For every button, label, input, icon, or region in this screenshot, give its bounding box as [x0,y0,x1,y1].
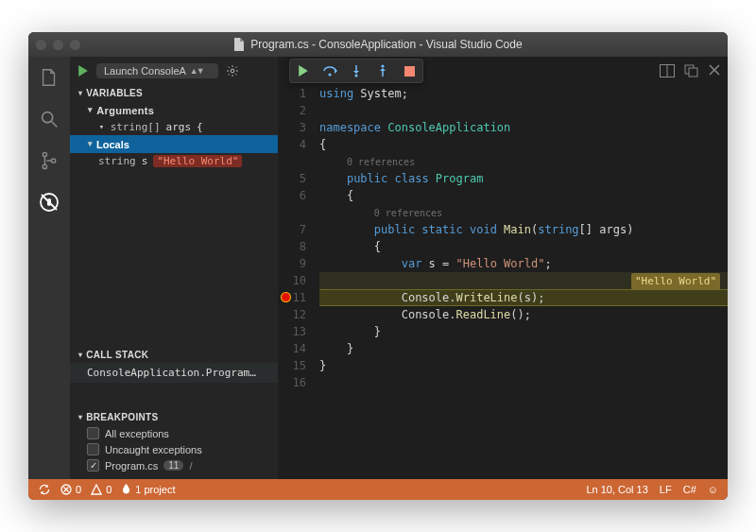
breakpoint-row[interactable]: Uncaught exceptions [70,441,278,457]
errors-status[interactable]: 0 [60,484,81,495]
line-number[interactable] [278,153,306,170]
line-number[interactable]: 5 [278,170,306,187]
code-line[interactable]: public static void Main(string[] args) [319,221,633,238]
svg-point-7 [231,69,234,73]
line-number[interactable]: 14 [278,340,306,357]
window-controls [36,40,80,50]
step-into-button[interactable] [343,60,369,82]
code-line[interactable]: Console.WriteLine(s); [319,289,544,306]
code-line[interactable]: } [319,357,326,374]
warnings-status[interactable]: 0 [91,484,112,495]
code-area[interactable]: 12345678910111213141516 "Hello World" us… [278,85,728,479]
chevron-down-icon: ▾ [78,89,82,97]
code-line[interactable]: using System; [319,85,408,102]
code-line[interactable]: } [319,340,353,357]
callstack-frame[interactable]: ConsoleApplication.Program... [70,363,278,383]
more-actions-icon[interactable] [684,64,699,77]
line-number[interactable]: 13 [278,323,306,340]
line-number[interactable]: 16 [278,374,306,391]
code-line[interactable]: 0 references [319,153,415,170]
code-line[interactable]: 0 references [319,204,442,221]
minimize-window-icon[interactable] [53,40,63,50]
stop-button[interactable] [396,60,422,82]
close-icon[interactable] [709,64,720,77]
error-count: 0 [76,484,81,495]
editor: 12345678910111213141516 "Hello World" us… [278,57,728,479]
search-icon[interactable] [38,108,60,130]
section-breakpoints-label: BREAKPOINTS [86,412,158,422]
section-callstack[interactable]: ▾ CALL STACK [70,347,278,363]
section-breakpoints[interactable]: ▾ BREAKPOINTS [70,409,278,425]
omnisharp-status[interactable]: 1 project [121,484,175,496]
debug-sidebar: Launch ConsoleA ▲▼ ▾ VARIABLES ▾ Argumen… [70,57,278,479]
start-debug-button[interactable] [77,65,89,77]
eol-status[interactable]: LF [660,484,672,495]
split-editor-icon[interactable] [660,64,675,77]
breakpoint-dot-icon[interactable] [282,293,290,301]
inline-value: "Hello World" [631,273,720,290]
line-number[interactable]: 2 [278,102,306,119]
chevron-down-icon: ▾ [78,413,82,421]
variable-type: string[] [111,121,161,133]
continue-button[interactable] [290,60,317,82]
line-number[interactable]: 12 [278,306,306,323]
language-status[interactable]: C# [683,484,696,495]
line-number[interactable]: 7 [278,221,306,238]
status-bar: 0 0 1 project Ln 10, Col 13 LF C# ☺ [28,479,728,500]
code-line[interactable]: Console.ReadLine(); [319,306,531,323]
line-number[interactable] [278,204,306,221]
gear-icon[interactable] [226,64,239,77]
launch-config-select[interactable]: Launch ConsoleA ▲▼ [96,63,218,78]
chevron-down-icon: ▾ [88,105,93,114]
line-number[interactable]: 4 [278,136,306,153]
step-over-button[interactable] [317,60,343,82]
code-line[interactable]: } [319,323,381,340]
explorer-icon[interactable] [38,66,60,89]
svg-point-2 [43,152,46,156]
zoom-window-icon[interactable] [70,40,80,50]
svg-point-0 [43,112,53,123]
breakpoint-row[interactable]: Program.cs 11 / [70,457,278,473]
source-control-icon[interactable] [38,149,60,172]
code-line[interactable]: public class Program [319,170,483,187]
scope-locals[interactable]: ▾ Locals [70,135,278,153]
variable-row[interactable]: ▾ string[] args { [70,119,278,135]
variable-row[interactable]: string s "Hello World" [70,153,278,169]
code-line[interactable]: namespace ConsoleApplication [319,119,510,136]
select-updown-icon: ▲▼ [190,66,203,76]
line-number[interactable]: 9 [278,255,306,272]
gutter[interactable]: 12345678910111213141516 [278,85,319,479]
breakpoint-row[interactable]: All exceptions [70,425,278,441]
code-line[interactable]: { [319,136,326,153]
step-out-button[interactable] [369,60,396,82]
line-number[interactable]: 1 [278,85,306,102]
launch-config-label: Launch ConsoleA [104,65,186,77]
debug-icon[interactable] [38,191,60,214]
callstack-frame-label: ConsoleApplication.Program... [87,367,268,379]
code-line[interactable]: { [319,187,353,204]
checkbox-icon[interactable] [87,427,99,439]
code-lines[interactable]: "Hello World" using System;namespace Con… [319,85,728,479]
code-line[interactable]: var s = "Hello World"; [319,255,552,272]
line-number[interactable]: 10 [278,272,306,289]
line-number[interactable]: 8 [278,238,306,255]
checkbox-icon[interactable] [87,443,99,455]
close-window-icon[interactable] [36,40,46,50]
cursor-position[interactable]: Ln 10, Col 13 [586,484,647,495]
svg-point-4 [51,159,55,163]
svg-rect-13 [404,66,415,77]
checkbox-icon[interactable] [87,459,99,472]
feedback-icon[interactable]: ☺ [708,484,718,495]
scope-arguments[interactable]: ▾ Arguments [70,101,278,119]
titlebar: Program.cs - ConsoleApplication - Visual… [28,32,728,57]
vscode-window: Program.cs - ConsoleApplication - Visual… [28,32,728,500]
section-variables[interactable]: ▾ VARIABLES [70,85,278,101]
line-number[interactable]: 15 [278,357,306,374]
variable-name: args [166,121,192,133]
code-line[interactable]: { [319,238,381,255]
svg-line-1 [52,122,58,128]
line-number[interactable]: 3 [278,119,306,136]
variable-value: "Hello World" [153,155,242,167]
line-number[interactable]: 6 [278,187,306,204]
sync-status[interactable] [38,483,51,496]
